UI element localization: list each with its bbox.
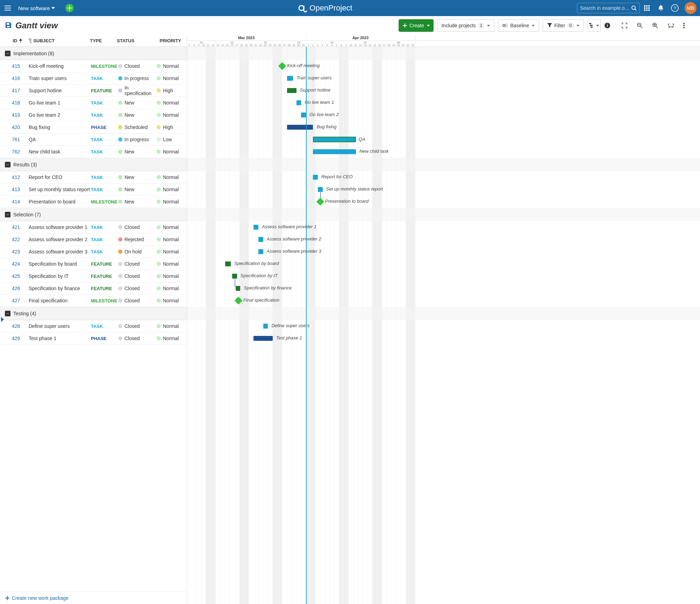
gantt-row[interactable]: Specification by finance [187, 282, 700, 295]
filter-button[interactable]: Filter 0 [543, 19, 584, 32]
wp-subject[interactable]: Assess software provider 3 [29, 249, 91, 254]
wp-subject[interactable]: Specification by board [29, 261, 91, 267]
view-mode-button[interactable] [587, 19, 601, 32]
group-row[interactable]: −Implementation (8) [0, 47, 187, 60]
app-logo[interactable]: OpenProject [298, 3, 352, 13]
wp-id-link[interactable]: 413 [0, 187, 29, 192]
gantt-row[interactable]: Assess software provider 1 [187, 221, 700, 233]
modules-button[interactable] [640, 5, 654, 11]
info-button[interactable]: i [604, 19, 616, 32]
gantt-row[interactable]: Assess software provider 2 [187, 233, 700, 246]
wp-id-link[interactable]: 423 [0, 249, 29, 254]
table-row[interactable]: 426 Specification by finance FEATURE Clo… [0, 282, 187, 295]
table-row[interactable]: 415 Kick-off meeting MILESTONE Closed No… [0, 60, 187, 72]
gantt-milestone[interactable] [278, 62, 286, 70]
wp-subject[interactable]: Test phase 1 [29, 336, 91, 341]
gantt-row[interactable]: Kick-off meeting [187, 60, 700, 72]
wp-subject[interactable]: Assess software provider 1 [29, 224, 91, 230]
wp-id-link[interactable]: 414 [0, 199, 29, 204]
global-search[interactable]: Search in example.ope... [577, 3, 640, 13]
gantt-row[interactable]: Go live team 2 [187, 109, 700, 121]
gantt-bar[interactable]: Support hotline [287, 88, 297, 93]
baseline-button[interactable]: Baseline [498, 19, 539, 32]
col-header-subject[interactable]: SUBJECT [28, 38, 90, 43]
gantt-bar[interactable]: Report for CEO [313, 175, 318, 180]
gantt-bar[interactable]: New child task [313, 149, 356, 154]
zoom-fit-button[interactable] [668, 19, 680, 32]
group-row[interactable]: −Results (3) [0, 158, 187, 171]
gantt-bar[interactable]: Test phase 1 [253, 336, 272, 341]
gantt-row[interactable]: New child task [187, 146, 700, 158]
more-menu-button[interactable] [683, 19, 695, 32]
wp-subject[interactable]: Report for CEO [29, 174, 91, 180]
gantt-milestone[interactable] [235, 297, 243, 305]
gantt-bar[interactable]: Define super users [263, 324, 268, 329]
wp-id-link[interactable]: 415 [0, 63, 29, 69]
wp-id-link[interactable]: 425 [0, 273, 29, 279]
help-button[interactable]: ? [668, 4, 682, 12]
zoom-in-button[interactable] [652, 19, 664, 32]
gantt-bar[interactable]: Assess software provider 3 [258, 249, 263, 254]
table-row[interactable]: 761 QA TASK In progress Low [0, 134, 187, 146]
gantt-bar[interactable]: Assess software provider 2 [258, 237, 263, 242]
wp-id-link[interactable]: 421 [0, 224, 29, 230]
wp-id-link[interactable]: 420 [0, 124, 29, 130]
gantt-row[interactable]: Report for CEO [187, 171, 700, 184]
wp-id-link[interactable]: 762 [0, 149, 29, 154]
wp-subject[interactable]: Set up monthly status report [29, 187, 91, 192]
wp-subject[interactable]: Go live team 2 [29, 112, 91, 118]
wp-subject[interactable]: QA [29, 137, 91, 142]
wp-subject[interactable]: Assess software provider 2 [29, 237, 91, 242]
gantt-bar[interactable]: Specification by finance [236, 286, 241, 291]
group-row[interactable]: −Selection (7) [0, 208, 187, 221]
create-button[interactable]: Create [399, 19, 434, 32]
table-row[interactable]: 428 Define super users TASK Closed Norma… [0, 320, 187, 332]
gantt-bar[interactable]: Train super users [287, 76, 293, 81]
wp-subject[interactable]: Kick-off meeting [29, 63, 91, 69]
table-row[interactable]: 417 Support hotline FEATURE In specifica… [0, 85, 187, 97]
col-header-type[interactable]: TYPE [90, 38, 117, 43]
include-projects-button[interactable]: Include projects 1 [437, 19, 495, 32]
wp-id-link[interactable]: 426 [0, 286, 29, 291]
wp-subject[interactable]: Specification by finance [29, 286, 91, 291]
gantt-row[interactable]: Bug fixing [187, 121, 700, 134]
table-row[interactable]: 762 New child task TASK New Normal [0, 146, 187, 158]
gantt-row[interactable]: Specification by board [187, 258, 700, 270]
table-row[interactable]: 420 Bug fixing PHASE Scheduled High [0, 121, 187, 134]
gantt-body[interactable]: Kick-off meetingTrain super usersSupport… [187, 47, 700, 604]
sidebar-expand-handle[interactable] [0, 312, 5, 326]
gantt-row[interactable]: Train super users [187, 72, 700, 85]
table-row[interactable]: 421 Assess software provider 1 TASK Clos… [0, 221, 187, 233]
table-row[interactable]: 419 Go live team 2 TASK New Normal [0, 109, 187, 121]
col-header-status[interactable]: STATUS [117, 38, 155, 43]
group-row[interactable]: −Testing (4) [0, 307, 187, 320]
wp-subject[interactable]: Go live team 1 [29, 100, 91, 106]
gantt-bar[interactable]: Bug fixing [287, 125, 313, 130]
table-row[interactable]: 412 Report for CEO TASK New Normal [0, 171, 187, 184]
main-menu-toggle[interactable] [3, 6, 12, 10]
table-row[interactable]: 416 Train super users TASK In progress N… [0, 72, 187, 85]
wp-subject[interactable]: Define super users [29, 323, 91, 329]
table-row[interactable]: 413 Set up monthly status report TASK Ne… [0, 184, 187, 196]
gantt-row[interactable]: Presentation to board [187, 196, 700, 208]
fullscreen-button[interactable] [622, 19, 634, 32]
wp-id-link[interactable]: 419 [0, 112, 29, 118]
gantt-row[interactable]: Test phase 1 [187, 332, 700, 345]
wp-id-link[interactable]: 761 [0, 137, 29, 142]
table-row[interactable]: 422 Assess software provider 2 TASK Reje… [0, 233, 187, 246]
table-row[interactable]: 424 Specification by board FEATURE Close… [0, 258, 187, 270]
gantt-row[interactable]: Final specification [187, 295, 700, 307]
global-add-button[interactable] [65, 4, 74, 12]
gantt-row[interactable]: Set up monthly status report [187, 184, 700, 196]
notifications-button[interactable] [654, 5, 668, 11]
zoom-out-button[interactable] [637, 19, 649, 32]
wp-subject[interactable]: Train super users [29, 76, 91, 81]
gantt-milestone[interactable] [316, 198, 324, 206]
gantt-bar[interactable]: QA [313, 137, 356, 142]
gantt-row[interactable]: Support hotline [187, 85, 700, 97]
gantt-bar[interactable]: Go live team 2 [301, 113, 306, 117]
wp-id-link[interactable]: 417 [0, 88, 29, 93]
wp-subject[interactable]: Final specification [29, 298, 91, 303]
gantt-row[interactable]: Assess software provider 3 [187, 246, 700, 258]
wp-subject[interactable]: New child task [29, 149, 91, 154]
